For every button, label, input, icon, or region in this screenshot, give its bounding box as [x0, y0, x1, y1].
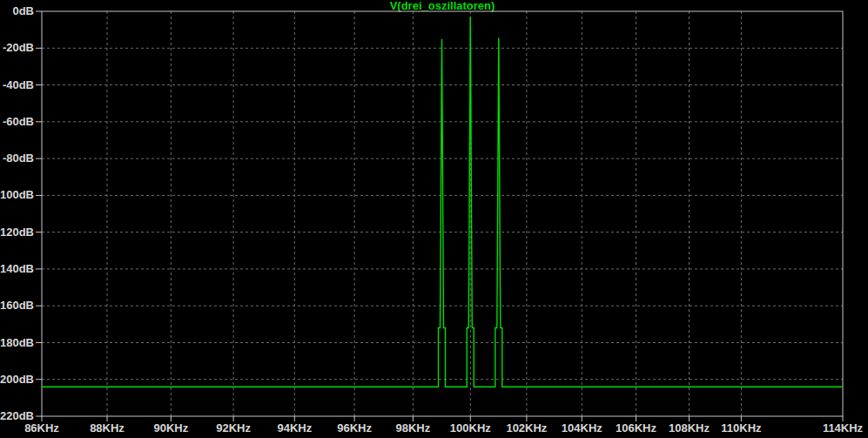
x-tick-label: 108KHz [669, 421, 710, 435]
y-tick-label: -20dB [3, 41, 34, 54]
y-axis-labels: 0dB-20dB-40dB-60dB-80dB-100dB-120dB-140d… [0, 4, 34, 422]
fft-trace [42, 17, 843, 387]
x-tick-label: 92KHz [216, 421, 251, 435]
y-tick-label: -140dB [0, 262, 34, 275]
x-tick-label: 94KHz [277, 421, 312, 435]
y-tick-label: -120dB [0, 226, 34, 239]
y-tick-label: -200dB [0, 373, 34, 386]
x-tick-label: 114KHz [823, 421, 864, 435]
x-tick-label: 86KHz [24, 421, 59, 435]
x-axis-labels: 86KHz88KHz90KHz92KHz94KHz96KHz98KHz100KH… [24, 421, 863, 435]
y-tick-label: -80dB [3, 152, 34, 165]
y-tick-label: -60dB [3, 115, 34, 128]
x-tick-label: 104KHz [562, 421, 602, 435]
tick-marks [36, 11, 843, 421]
y-tick-label: -40dB [3, 78, 34, 91]
x-tick-label: 98KHz [396, 421, 431, 435]
x-tick-label: 90KHz [154, 421, 189, 435]
waveform-viewer-pane: V(drei_oszillatoren) 86KHz88KHz90KHz92KH… [0, 0, 868, 438]
x-tick-label: 102KHz [506, 421, 547, 435]
x-tick-label: 88KHz [90, 421, 124, 435]
trace [42, 17, 843, 387]
x-tick-label: 96KHz [337, 421, 372, 435]
y-tick-label: -100dB [0, 188, 34, 201]
y-tick-label: -180dB [0, 336, 34, 349]
y-tick-label: -220dB [0, 409, 34, 422]
x-tick-label: 100KHz [450, 421, 491, 435]
y-tick-label: 0dB [12, 4, 34, 17]
fft-plot-canvas[interactable]: 86KHz88KHz90KHz92KHz94KHz96KHz98KHz100KH… [0, 0, 868, 438]
x-tick-label: 110KHz [721, 421, 762, 435]
x-tick-label: 106KHz [616, 421, 656, 435]
y-tick-label: -160dB [0, 299, 34, 312]
